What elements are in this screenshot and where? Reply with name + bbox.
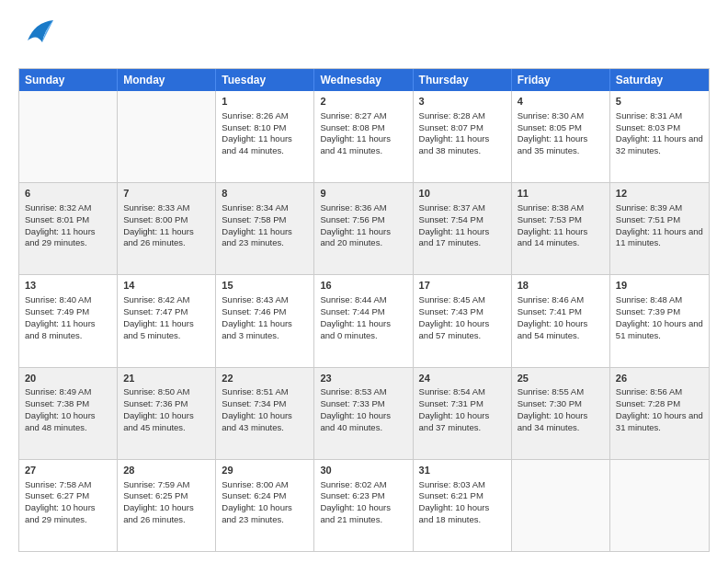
day-number: 1 — [222, 95, 308, 109]
daylight-text: Daylight: 11 hours and 32 minutes. — [616, 133, 703, 155]
daylight-text: Daylight: 10 hours and 26 minutes. — [123, 502, 194, 524]
day-number: 31 — [419, 464, 506, 477]
daylight-text: Daylight: 11 hours and 38 minutes. — [419, 133, 490, 155]
calendar-cell: 16Sunrise: 8:44 AMSunset: 7:44 PMDayligh… — [314, 275, 413, 366]
day-number: 9 — [320, 187, 406, 201]
calendar-cell — [118, 91, 216, 182]
calendar-cell: 24Sunrise: 8:54 AMSunset: 7:31 PMDayligh… — [414, 368, 512, 459]
calendar-cell: 30Sunrise: 8:02 AMSunset: 6:23 PMDayligh… — [314, 460, 413, 551]
day-number: 29 — [222, 464, 308, 477]
calendar-row-1: 6Sunrise: 8:32 AMSunset: 8:01 PMDaylight… — [19, 182, 709, 274]
sunrise-text: Sunrise: 8:31 AM — [616, 110, 682, 121]
sunrise-text: Sunrise: 8:27 AM — [320, 110, 386, 121]
calendar-cell: 22Sunrise: 8:51 AMSunset: 7:34 PMDayligh… — [216, 368, 314, 459]
calendar-row-0: 1Sunrise: 8:26 AMSunset: 8:10 PMDaylight… — [19, 91, 709, 182]
daylight-text: Daylight: 11 hours and 11 minutes. — [616, 226, 703, 248]
sunset-text: Sunset: 7:47 PM — [123, 306, 188, 316]
daylight-text: Daylight: 11 hours and 3 minutes. — [222, 318, 292, 340]
day-number: 6 — [25, 187, 111, 201]
day-number: 24 — [419, 372, 506, 385]
day-number: 14 — [123, 279, 210, 293]
calendar-header: SundayMondayTuesdayWednesdayThursdayFrid… — [19, 69, 709, 91]
day-number: 18 — [518, 279, 604, 293]
sunrise-text: Sunrise: 8:38 AM — [518, 202, 584, 213]
logo-bird-icon — [18, 15, 57, 59]
page: SundayMondayTuesdayWednesdayThursdayFrid… — [0, 0, 728, 563]
day-number: 5 — [616, 95, 703, 109]
daylight-text: Daylight: 10 hours and 29 minutes. — [25, 502, 96, 524]
daylight-text: Daylight: 10 hours and 57 minutes. — [419, 318, 490, 340]
sunrise-text: Sunrise: 8:39 AM — [616, 202, 682, 213]
sunset-text: Sunset: 6:21 PM — [419, 490, 483, 500]
daylight-text: Daylight: 10 hours and 45 minutes. — [123, 410, 194, 432]
calendar-cell — [512, 460, 610, 551]
sunset-text: Sunset: 7:39 PM — [616, 306, 680, 316]
sunrise-text: Sunrise: 8:36 AM — [320, 202, 386, 213]
calendar-cell: 10Sunrise: 8:37 AMSunset: 7:54 PMDayligh… — [414, 183, 512, 274]
sunrise-text: Sunrise: 8:34 AM — [222, 202, 288, 213]
header-day-sunday: Sunday — [19, 69, 118, 91]
calendar-cell: 14Sunrise: 8:42 AMSunset: 7:47 PMDayligh… — [118, 275, 216, 366]
day-number: 17 — [419, 279, 506, 293]
sunrise-text: Sunrise: 8:37 AM — [419, 202, 485, 213]
day-number: 22 — [222, 372, 308, 385]
calendar-cell: 20Sunrise: 8:49 AMSunset: 7:38 PMDayligh… — [19, 368, 118, 459]
sunset-text: Sunset: 7:46 PM — [222, 306, 286, 316]
calendar-cell: 6Sunrise: 8:32 AMSunset: 8:01 PMDaylight… — [19, 183, 118, 274]
sunrise-text: Sunrise: 8:48 AM — [616, 294, 682, 304]
calendar-cell: 5Sunrise: 8:31 AMSunset: 8:03 PMDaylight… — [610, 91, 709, 182]
sunset-text: Sunset: 7:38 PM — [25, 398, 89, 408]
sunset-text: Sunset: 8:08 PM — [320, 122, 384, 132]
daylight-text: Daylight: 11 hours and 17 minutes. — [419, 226, 490, 248]
sunrise-text: Sunrise: 8:55 AM — [518, 386, 584, 396]
daylight-text: Daylight: 11 hours and 44 minutes. — [222, 133, 292, 155]
header — [18, 15, 710, 59]
daylight-text: Daylight: 10 hours and 40 minutes. — [320, 410, 391, 432]
calendar-cell: 7Sunrise: 8:33 AMSunset: 8:00 PMDaylight… — [118, 183, 216, 274]
sunset-text: Sunset: 7:58 PM — [222, 214, 286, 224]
daylight-text: Daylight: 11 hours and 35 minutes. — [518, 133, 588, 155]
sunset-text: Sunset: 7:43 PM — [419, 306, 483, 316]
sunrise-text: Sunrise: 8:45 AM — [419, 294, 485, 304]
daylight-text: Daylight: 11 hours and 0 minutes. — [320, 318, 391, 340]
header-day-friday: Friday — [512, 69, 610, 91]
calendar-cell: 29Sunrise: 8:00 AMSunset: 6:24 PMDayligh… — [216, 460, 314, 551]
sunset-text: Sunset: 8:05 PM — [518, 122, 582, 132]
calendar-cell: 12Sunrise: 8:39 AMSunset: 7:51 PMDayligh… — [610, 183, 709, 274]
sunrise-text: Sunrise: 8:30 AM — [518, 110, 584, 121]
calendar: SundayMondayTuesdayWednesdayThursdayFrid… — [18, 68, 710, 552]
day-number: 26 — [616, 372, 703, 385]
daylight-text: Daylight: 11 hours and 14 minutes. — [518, 226, 588, 248]
sunset-text: Sunset: 7:36 PM — [123, 398, 188, 408]
sunrise-text: Sunrise: 8:40 AM — [25, 294, 91, 304]
sunset-text: Sunset: 7:34 PM — [222, 398, 286, 408]
calendar-cell: 4Sunrise: 8:30 AMSunset: 8:05 PMDaylight… — [512, 91, 610, 182]
sunset-text: Sunset: 7:30 PM — [518, 398, 582, 408]
header-day-thursday: Thursday — [414, 69, 512, 91]
calendar-cell: 1Sunrise: 8:26 AMSunset: 8:10 PMDaylight… — [216, 91, 314, 182]
daylight-text: Daylight: 10 hours and 48 minutes. — [25, 410, 96, 432]
sunset-text: Sunset: 7:41 PM — [518, 306, 582, 316]
logo — [18, 15, 63, 59]
sunset-text: Sunset: 8:03 PM — [616, 122, 680, 132]
day-number: 27 — [25, 464, 111, 477]
daylight-text: Daylight: 11 hours and 41 minutes. — [320, 133, 391, 155]
calendar-cell: 15Sunrise: 8:43 AMSunset: 7:46 PMDayligh… — [216, 275, 314, 366]
calendar-cell: 11Sunrise: 8:38 AMSunset: 7:53 PMDayligh… — [512, 183, 610, 274]
sunrise-text: Sunrise: 8:51 AM — [222, 386, 288, 396]
calendar-body: 1Sunrise: 8:26 AMSunset: 8:10 PMDaylight… — [19, 91, 709, 551]
sunrise-text: Sunrise: 8:02 AM — [320, 479, 386, 489]
day-number: 12 — [616, 187, 703, 201]
daylight-text: Daylight: 11 hours and 26 minutes. — [123, 226, 194, 248]
calendar-cell: 21Sunrise: 8:50 AMSunset: 7:36 PMDayligh… — [118, 368, 216, 459]
daylight-text: Daylight: 11 hours and 23 minutes. — [222, 226, 292, 248]
sunset-text: Sunset: 6:23 PM — [320, 490, 384, 500]
calendar-cell: 17Sunrise: 8:45 AMSunset: 7:43 PMDayligh… — [414, 275, 512, 366]
day-number: 4 — [518, 95, 604, 109]
sunset-text: Sunset: 8:00 PM — [123, 214, 188, 224]
sunrise-text: Sunrise: 7:58 AM — [25, 479, 91, 489]
sunset-text: Sunset: 7:51 PM — [616, 214, 680, 224]
daylight-text: Daylight: 11 hours and 8 minutes. — [25, 318, 96, 340]
day-number: 10 — [419, 187, 506, 201]
day-number: 19 — [616, 279, 703, 293]
